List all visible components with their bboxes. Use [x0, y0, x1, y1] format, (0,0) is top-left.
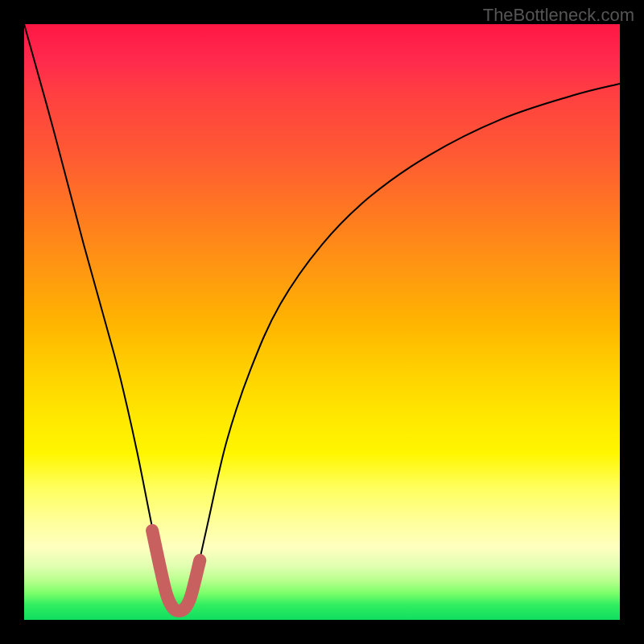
bottleneck-curve [24, 24, 620, 611]
curve-svg [24, 24, 620, 620]
optimal-highlight [152, 530, 200, 611]
watermark-text: TheBottleneck.com [483, 5, 634, 26]
plot-area [24, 24, 620, 620]
chart-container: TheBottleneck.com [0, 0, 644, 644]
